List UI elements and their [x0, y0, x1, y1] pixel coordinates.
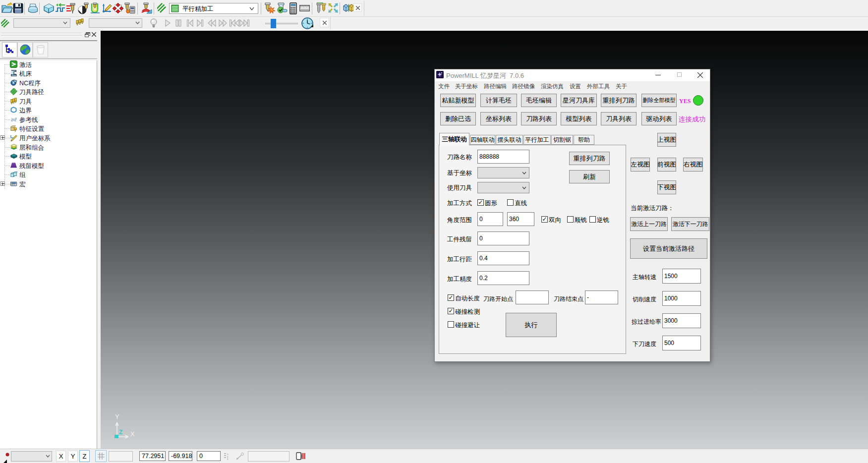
- svg-text:z: z: [227, 458, 229, 461]
- svg-text:Y: Y: [115, 413, 119, 420]
- svg-text:MTD: MTD: [11, 183, 16, 186]
- svg-text:X: X: [130, 430, 135, 438]
- svg-text:Z: Z: [119, 429, 122, 436]
